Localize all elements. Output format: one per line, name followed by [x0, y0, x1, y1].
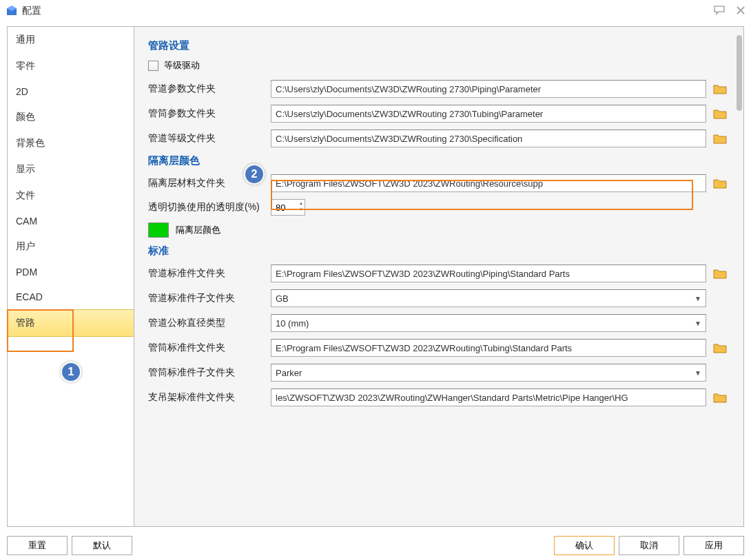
folder-icon[interactable]: [713, 83, 727, 95]
insulation-color-label: 隔离层颜色: [176, 224, 220, 236]
content-panel: 管路设置 等级驱动 管道参数文件夹 C:\Users\zly\Documents…: [134, 27, 743, 526]
sidebar-item-part[interactable]: 零件: [8, 53, 134, 79]
spin-down-icon[interactable]: ▼: [299, 207, 303, 213]
reset-button[interactable]: 重置: [7, 536, 68, 555]
sidebar-item-label: 颜色: [16, 111, 35, 122]
spin-up-icon[interactable]: ▲: [299, 200, 303, 207]
sidebar-item-user[interactable]: 用户: [8, 234, 134, 260]
folder-icon[interactable]: [713, 391, 727, 404]
tube-std-folder-input[interactable]: E:\Program Files\ZWSOFT\ZW3D 2023\ZWRout…: [271, 339, 706, 357]
ok-button[interactable]: 确认: [554, 536, 615, 555]
annotation-badge-2: 2: [244, 164, 265, 185]
feedback-icon[interactable]: [714, 6, 726, 17]
sidebar-item-file[interactable]: 文件: [8, 183, 134, 209]
sidebar-item-color[interactable]: 颜色: [8, 104, 134, 130]
sidebar-item-label: PDM: [16, 267, 37, 278]
sidebar-item-label: 管路: [16, 317, 35, 328]
tube-std-subfolder-label: 管筒标准件子文件夹: [148, 366, 271, 379]
tube-param-folder-input[interactable]: C:\Users\zly\Documents\ZW3D\ZWRouting 27…: [271, 105, 706, 123]
grade-driven-checkbox[interactable]: [148, 61, 158, 71]
pipe-std-subfolder-label: 管道标准件子文件夹: [148, 292, 271, 304]
tube-std-subfolder-combo[interactable]: Parker▼: [271, 364, 706, 382]
annotation-badge-1: 1: [61, 362, 81, 382]
section-routing-settings-title: 管路设置: [148, 39, 727, 52]
config-window: 配置 通用 零件 2D 颜色 背景色 显示 文件 CAM 用户 PDM ECAD…: [0, 0, 751, 560]
insulation-color-swatch[interactable]: [148, 222, 169, 238]
pipe-param-folder-input[interactable]: C:\Users\zly\Documents\ZW3D\ZWRouting 27…: [271, 80, 706, 98]
sidebar-item-display[interactable]: 显示: [8, 156, 134, 183]
close-icon[interactable]: [736, 6, 745, 17]
sidebar-item-label: CAM: [16, 216, 37, 227]
sidebar-item-ecad[interactable]: ECAD: [8, 284, 134, 309]
sidebar-item-cam[interactable]: CAM: [8, 209, 134, 234]
sidebar-item-bgcolor[interactable]: 背景色: [8, 130, 134, 156]
pipe-nominal-diameter-label: 管道公称直径类型: [148, 317, 271, 329]
app-icon: [6, 5, 18, 17]
folder-icon[interactable]: [713, 132, 727, 145]
tube-param-folder-label: 管筒参数文件夹: [148, 107, 271, 120]
default-button[interactable]: 默认: [72, 536, 132, 555]
folder-icon[interactable]: [713, 342, 727, 354]
insulation-material-folder-input[interactable]: E:\Program Files\ZWSOFT\ZW3D 2023\ZWRout…: [271, 174, 706, 192]
pipe-std-folder-label: 管道标准件文件夹: [148, 267, 271, 280]
folder-icon[interactable]: [713, 177, 727, 189]
sidebar-item-label: 背景色: [16, 137, 45, 148]
hanger-std-folder-label: 支吊架标准件文件夹: [148, 391, 271, 404]
folder-icon[interactable]: [713, 107, 727, 120]
pipe-spec-folder-label: 管道等级文件夹: [148, 132, 271, 145]
hanger-std-folder-input[interactable]: les\ZWSOFT\ZW3D 2023\ZWRouting\ZWHanger\…: [271, 388, 706, 406]
sidebar-item-label: 通用: [16, 34, 35, 45]
pipe-spec-folder-input[interactable]: C:\Users\zly\Documents\ZW3D\ZWRouting 27…: [271, 129, 706, 147]
footer: 重置 默认 确认 取消 应用: [0, 531, 751, 560]
section-standard-title: 标准: [148, 245, 727, 258]
main-area: 通用 零件 2D 颜色 背景色 显示 文件 CAM 用户 PDM ECAD 管路…: [7, 26, 744, 527]
section-insulation-color-title: 隔离层颜色: [148, 154, 727, 167]
sidebar-item-label: 用户: [16, 240, 35, 251]
pipe-std-subfolder-combo[interactable]: GB▼: [271, 289, 706, 307]
titlebar: 配置: [0, 0, 751, 22]
chevron-down-icon: ▼: [695, 369, 701, 377]
sidebar-item-label: 文件: [16, 189, 35, 200]
sidebar-item-pdm[interactable]: PDM: [8, 260, 134, 284]
grade-driven-label: 等级驱动: [164, 59, 200, 72]
transparency-label: 透明切换使用的透明度(%): [148, 201, 271, 214]
sidebar-item-label: 2D: [16, 86, 28, 97]
apply-button[interactable]: 应用: [683, 536, 744, 555]
sidebar-item-label: 零件: [16, 60, 35, 71]
folder-icon[interactable]: [713, 267, 727, 280]
pipe-nominal-diameter-combo[interactable]: 10 (mm)▼: [271, 314, 706, 332]
chevron-down-icon: ▼: [695, 295, 701, 302]
transparency-spinner[interactable]: 80 ▲▼: [271, 199, 305, 216]
chevron-down-icon: ▼: [695, 320, 701, 327]
sidebar-item-general[interactable]: 通用: [8, 27, 134, 53]
sidebar-item-2d[interactable]: 2D: [8, 79, 134, 104]
pipe-param-folder-label: 管道参数文件夹: [148, 83, 271, 95]
sidebar-item-label: ECAD: [16, 291, 43, 302]
window-title: 配置: [22, 5, 41, 17]
sidebar-item-routing[interactable]: 管路: [8, 309, 134, 337]
content-scrollbar[interactable]: [737, 35, 742, 111]
cancel-button[interactable]: 取消: [619, 536, 679, 555]
pipe-std-folder-input[interactable]: E:\Program Files\ZWSOFT\ZW3D 2023\ZWRout…: [271, 265, 706, 282]
tube-std-folder-label: 管筒标准件文件夹: [148, 342, 271, 354]
sidebar-item-label: 显示: [16, 163, 35, 174]
sidebar: 通用 零件 2D 颜色 背景色 显示 文件 CAM 用户 PDM ECAD 管路: [8, 27, 134, 526]
